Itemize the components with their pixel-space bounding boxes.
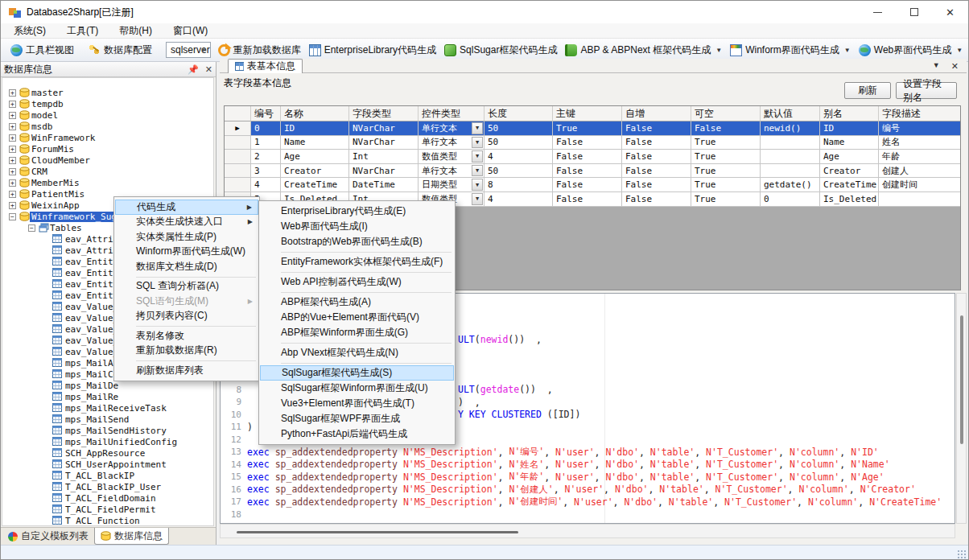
grid-cell[interactable]: ID xyxy=(820,121,879,136)
tree-node-label[interactable]: WeixinApp xyxy=(30,200,81,211)
grid-cell[interactable]: 单行文本▼ xyxy=(419,164,484,179)
grid-cell[interactable]: 创建人 xyxy=(879,164,961,179)
tree-node-label[interactable]: CRM xyxy=(30,167,49,177)
code-submenu-item[interactable]: Abp VNext框架代码生成(N) xyxy=(260,345,454,360)
tree-node-label[interactable]: T_ACL_FieldDomain xyxy=(64,493,158,504)
context-menu-item[interactable]: SQL 查询分析器(A) xyxy=(115,279,258,294)
grid-cell[interactable]: 0 xyxy=(251,121,281,136)
tree-node-label[interactable]: eav_Value_ xyxy=(64,313,120,323)
tree-node-label[interactable]: tempdb xyxy=(30,99,65,109)
combo-dropdown-icon[interactable]: ▼ xyxy=(472,150,483,163)
grid-cell[interactable]: 创建时间 xyxy=(879,178,961,192)
context-menu-item[interactable]: Winform界面代码生成(W) xyxy=(115,245,258,260)
tree-node-table[interactable]: mps_MailSendHistory xyxy=(2,425,213,436)
code-submenu-item[interactable]: EntityFramework实体框架代码生成(F) xyxy=(260,254,454,270)
grid-cell[interactable]: False xyxy=(553,136,622,150)
grid-cell[interactable]: 单行文本▼ xyxy=(419,136,484,150)
row-selector[interactable] xyxy=(225,150,251,164)
toolbar-reload-button[interactable]: 重新加载数据库 xyxy=(214,41,305,60)
grid-cell[interactable]: newid() xyxy=(761,121,820,136)
grid-cell[interactable]: 年龄 xyxy=(879,150,961,164)
context-menu-item[interactable]: 实体类属性生成(P) xyxy=(115,229,258,245)
grid-cell[interactable] xyxy=(761,150,820,164)
tree-node-label[interactable]: mps_MailAt xyxy=(64,358,120,369)
grid-cell[interactable]: 3 xyxy=(251,164,281,179)
tree-node-label[interactable]: eav_Value_ xyxy=(64,347,120,357)
row-selector[interactable]: ▶ xyxy=(225,121,251,136)
tree-node-label[interactable]: Winframework_Sug xyxy=(30,212,118,222)
grid-cell[interactable]: 2 xyxy=(251,150,281,164)
context-menu-item[interactable]: 表别名修改 xyxy=(115,328,258,344)
column-header[interactable]: 字段描述 xyxy=(879,106,961,121)
grid-cell[interactable]: 姓名 xyxy=(879,136,961,150)
grid-cell[interactable]: False xyxy=(622,150,691,164)
grid-cell[interactable]: Int xyxy=(349,150,419,164)
grid-cell[interactable]: 50 xyxy=(484,136,553,150)
panel-tab-templates[interactable]: 自定义模板列表 xyxy=(2,528,94,545)
doc-list-chevron-icon[interactable]: ▼ xyxy=(933,61,940,72)
tree-node-table[interactable]: mps_MailRe xyxy=(2,391,213,402)
panel-tab-database[interactable]: 数据库信息 xyxy=(94,528,169,545)
grid-cell[interactable]: 50 xyxy=(484,121,553,136)
tree-node-label[interactable]: SCH_AppResource xyxy=(64,448,146,459)
tree-node-label[interactable]: mps_MailReceiveTask xyxy=(64,403,168,414)
tree-node-database[interactable]: +ForumMis xyxy=(2,143,213,154)
tree-node-label[interactable]: T_ACL_Function xyxy=(64,516,142,526)
menu-system[interactable]: 系统(S) xyxy=(6,23,54,39)
tree-node-label[interactable]: T_ACL_FieldPermit xyxy=(64,504,158,515)
column-header[interactable]: 长度 xyxy=(484,106,553,121)
column-header[interactable]: 自增 xyxy=(622,106,691,121)
tree-node-table[interactable]: mps_MailDe xyxy=(2,380,213,391)
tree-expander-icon[interactable]: + xyxy=(9,157,16,164)
combo-dropdown-icon[interactable]: ▼ xyxy=(472,122,483,134)
code-submenu-item[interactable]: Web API控制器代码生成(W) xyxy=(260,274,454,290)
editor-vertical-scrollbar[interactable] xyxy=(956,293,967,524)
tree-expander-icon[interactable]: + xyxy=(9,168,16,175)
toolbar-winform-button[interactable]: Winform界面代码生成 ▼ xyxy=(726,41,855,60)
grid-cell[interactable] xyxy=(761,164,820,179)
tree-node-label[interactable]: eav_Entity xyxy=(64,290,120,301)
code-submenu-item[interactable]: Bootstrap的Web界面代码生成(B) xyxy=(260,234,454,249)
grid-cell[interactable]: Age xyxy=(820,150,879,164)
column-header[interactable]: 主键 xyxy=(553,106,622,121)
grid-cell[interactable]: getdate() xyxy=(761,178,820,192)
grid-cell[interactable]: False xyxy=(553,150,622,164)
grid-cell[interactable]: 数值类型▼ xyxy=(419,150,484,164)
maximize-button[interactable] xyxy=(896,1,932,23)
context-menu-item[interactable]: 数据库文档生成(D) xyxy=(115,259,258,274)
tree-node-database[interactable]: +CloudMember xyxy=(2,154,213,166)
toolbar-sqlsugar-button[interactable]: SqlSugar框架代码生成 xyxy=(440,41,561,60)
tree-node-table[interactable]: T_ACL_BlackIP xyxy=(2,470,213,481)
grid-cell[interactable]: Creator xyxy=(281,164,349,179)
grid-cell[interactable]: CreateTime xyxy=(820,178,879,192)
tree-node-label[interactable]: eav_Value_ xyxy=(64,336,120,346)
column-header[interactable]: 控件类型 xyxy=(419,106,484,121)
grid-cell[interactable]: DateTime xyxy=(349,178,419,192)
tree-node-database[interactable]: +MemberMis xyxy=(2,177,213,188)
tree-node-label[interactable]: msdb xyxy=(30,121,55,132)
grid-cell[interactable]: 50 xyxy=(484,164,553,179)
tree-node-table[interactable]: T_ACL_FieldPermit xyxy=(2,504,213,515)
column-header[interactable]: 名称 xyxy=(281,106,349,121)
code-submenu-item[interactable]: SqlSugar框架Winform界面生成(U) xyxy=(260,381,454,396)
grid-cell[interactable]: NVarChar xyxy=(349,136,419,150)
grid-cell[interactable]: 编号 xyxy=(879,121,961,136)
tree-expander-icon[interactable]: + xyxy=(9,123,16,130)
menu-help[interactable]: 帮助(H) xyxy=(111,23,160,39)
code-submenu-item[interactable]: EnterpriseLibrary代码生成(E) xyxy=(260,204,454,219)
column-header[interactable]: 可空 xyxy=(691,106,761,121)
tree-node-database[interactable]: +master xyxy=(2,87,213,98)
grid-cell[interactable]: True xyxy=(691,178,761,192)
code-submenu-item[interactable]: SqlSugar框架代码生成(S) xyxy=(260,365,454,381)
grid-cell[interactable]: Creator xyxy=(820,164,879,179)
menu-window[interactable]: 窗口(W) xyxy=(165,23,216,39)
tree-node-label[interactable]: eav_Attrib xyxy=(64,245,120,256)
context-menu-item[interactable]: 代码生成▶ xyxy=(115,200,258,215)
tree-expander-icon[interactable]: + xyxy=(9,134,16,142)
context-menu-item[interactable]: 拷贝列表内容(C) xyxy=(115,309,258,324)
grid-cell[interactable]: 4 xyxy=(251,178,281,192)
tree-node-label[interactable]: master xyxy=(30,88,65,98)
grid-cell[interactable]: 4 xyxy=(484,150,553,164)
column-header[interactable]: 字段类型 xyxy=(349,106,419,121)
tree-expander-icon[interactable]: + xyxy=(9,146,16,153)
